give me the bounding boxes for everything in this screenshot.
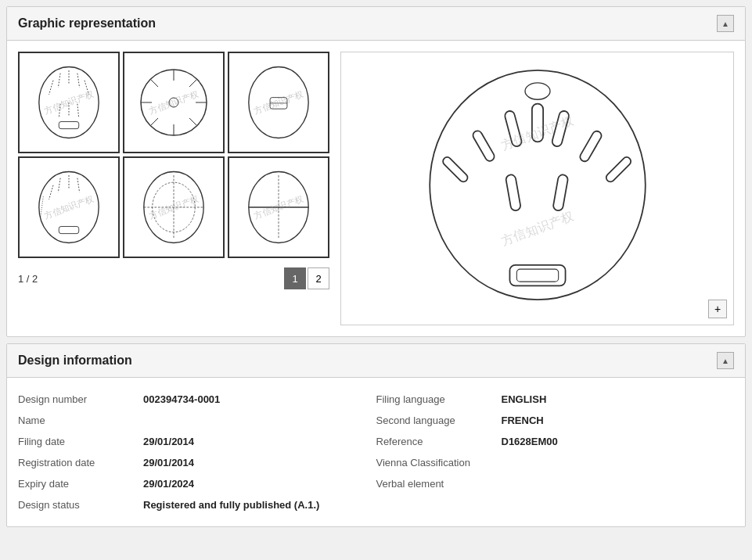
graphic-representation-title: Graphic representation <box>18 16 156 31</box>
svg-rect-39 <box>531 104 542 142</box>
svg-line-5 <box>85 81 88 95</box>
registration-date-value: 29/01/2014 <box>143 457 194 468</box>
svg-line-27 <box>49 185 53 199</box>
pagination-row: 1 / 2 1 2 <box>18 267 329 289</box>
info-column-left: Design number 002394734-0001 Name Filing… <box>18 389 376 515</box>
filing-date-label: Filing date <box>18 436 143 447</box>
svg-point-11 <box>169 98 178 107</box>
svg-rect-49 <box>516 269 558 282</box>
svg-rect-46 <box>505 174 520 211</box>
design-information-header: Design information ▲ <box>7 344 745 378</box>
design-information-collapse-btn[interactable]: ▲ <box>717 352 734 369</box>
expiry-date-value: 29/01/2024 <box>143 478 194 490</box>
filing-date-value: 29/01/2014 <box>143 436 194 447</box>
thumbnail-4[interactable]: 方信知识产权 <box>18 156 120 258</box>
svg-point-20 <box>249 67 308 138</box>
svg-line-13 <box>189 80 196 87</box>
design-information-title: Design information <box>18 354 132 368</box>
thumbnails-section: 方信知识产权 <box>18 52 329 325</box>
svg-point-23 <box>39 172 99 243</box>
info-row-second-language: Second language FRENCH <box>376 410 719 431</box>
graphic-representation-body: 方信知识产权 <box>7 41 745 336</box>
zoom-btn[interactable]: + <box>708 300 727 318</box>
info-row-reference: Reference D1628EM00 <box>376 431 719 452</box>
design-status-value: Registered and fully published (A.1.) <box>143 499 319 511</box>
registration-date-label: Registration date <box>18 457 143 468</box>
svg-line-25 <box>58 178 60 192</box>
design-information-panel: Design information ▲ Design number 00239… <box>6 343 746 527</box>
second-language-label: Second language <box>376 415 502 426</box>
reference-label: Reference <box>376 436 502 447</box>
second-language-value: FRENCH <box>502 415 544 426</box>
svg-line-19 <box>151 80 158 87</box>
page-btn-1[interactable]: 1 <box>284 267 306 289</box>
svg-line-4 <box>49 81 53 95</box>
graphic-representation-header: Graphic representation ▲ <box>7 7 745 41</box>
info-row-verbal-element: Verbal element <box>376 473 719 494</box>
thumbnail-1[interactable]: 方信知识产权 <box>18 52 120 153</box>
svg-rect-44 <box>441 156 469 184</box>
design-status-label: Design status <box>18 499 143 511</box>
thumbnail-2[interactable]: 方信知识产权 <box>123 52 225 153</box>
page-btn-2[interactable]: 2 <box>308 267 329 289</box>
svg-line-2 <box>58 74 60 88</box>
svg-rect-48 <box>509 265 565 286</box>
graphic-container: 方信知识产权 <box>18 52 734 325</box>
svg-line-7 <box>59 104 60 118</box>
svg-line-15 <box>189 118 196 125</box>
filing-language-value: ENGLISH <box>502 393 547 405</box>
reference-value: D1628EM00 <box>502 436 558 447</box>
verbal-element-label: Verbal element <box>376 478 502 490</box>
info-row-registration-date: Registration date 29/01/2014 <box>18 452 361 473</box>
expiry-date-label: Expiry date <box>18 478 143 490</box>
info-row-vienna-classification: Vienna Classification <box>376 452 719 473</box>
info-row-filing-date: Filing date 29/01/2014 <box>18 431 361 452</box>
svg-rect-43 <box>578 130 603 163</box>
design-number-value: 002394734-0001 <box>143 393 220 405</box>
svg-line-29 <box>41 196 44 217</box>
main-image: 方信知识产权 方信知识产权 + <box>340 52 734 325</box>
info-row-design-status: Design status Registered and fully publi… <box>18 494 361 515</box>
info-row-filing-language: Filing language ENGLISH <box>376 389 719 410</box>
name-label: Name <box>18 415 143 426</box>
thumbnail-3[interactable]: 方信知识产权 <box>228 52 329 153</box>
vienna-classification-label: Vienna Classification <box>376 457 502 468</box>
svg-rect-47 <box>552 174 568 211</box>
info-row-name: Name <box>18 410 361 431</box>
svg-rect-41 <box>551 110 570 148</box>
svg-point-38 <box>525 83 550 99</box>
design-information-body: Design number 002394734-0001 Name Filing… <box>7 378 745 526</box>
info-row-expiry-date: Expiry date 29/01/2024 <box>18 473 361 494</box>
info-row-design-number: Design number 002394734-0001 <box>18 389 361 410</box>
svg-line-3 <box>77 74 80 88</box>
thumbnail-5[interactable]: 方信知识产权 <box>123 156 225 258</box>
filing-language-label: Filing language <box>376 393 502 405</box>
svg-line-17 <box>151 118 158 125</box>
thumbnail-6[interactable]: 方信知识产权 <box>228 156 329 258</box>
svg-rect-28 <box>59 227 78 234</box>
svg-rect-9 <box>59 122 78 129</box>
page-buttons: 1 2 <box>284 267 329 289</box>
graphic-representation-collapse-btn[interactable]: ▲ <box>717 15 734 32</box>
page-info: 1 / 2 <box>18 273 38 285</box>
design-info-table: Design number 002394734-0001 Name Filing… <box>18 389 734 515</box>
design-number-label: Design number <box>18 393 143 405</box>
svg-rect-40 <box>503 110 522 148</box>
svg-rect-42 <box>471 129 495 163</box>
svg-rect-45 <box>604 156 632 184</box>
thumbnails-grid: 方信知识产权 <box>18 52 329 258</box>
main-design-svg <box>412 63 663 314</box>
svg-line-8 <box>77 104 79 118</box>
svg-line-26 <box>77 178 80 192</box>
info-column-right: Filing language ENGLISH Second language … <box>376 389 735 515</box>
graphic-representation-panel: Graphic representation ▲ <box>6 6 746 337</box>
